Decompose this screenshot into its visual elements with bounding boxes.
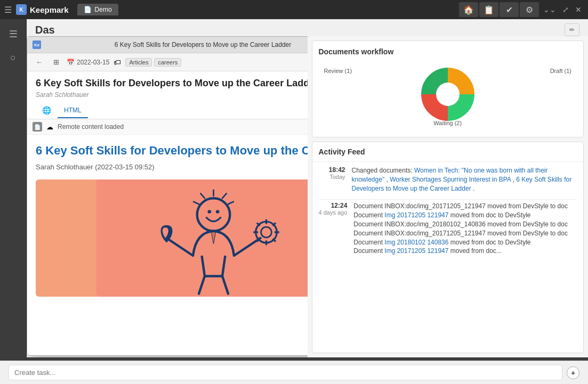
settings-nav-btn[interactable]: ⚙ [520,2,539,17]
article-title: 6 Key Soft Skills for Developers to Move… [36,143,308,159]
activity-line-6: Document Img 20171205 121947 moved from … [353,247,577,256]
article-illustration [36,179,308,297]
doc-title: 6 Key Soft Skills for Developers to Move… [36,78,308,89]
activity-time-value-2: 12:24 [319,202,348,209]
document-window: Ke 6 Key Soft Skills for Developers to M… [27,36,308,356]
tag-container: Articles careers [125,58,181,67]
left-sidebar: ☰ ○ [0,19,27,384]
html-tab-label: HTML [64,107,82,114]
pie-chart-container: Review (1) Draft (1) [319,62,577,126]
tab-html[interactable]: HTML [58,103,88,118]
activity-line-2: Document Img 20171205 121947 moved from … [353,211,577,220]
activity-time-1: 18:42 Today [319,166,345,193]
sidebar-item-op[interactable]: ○ [3,47,24,68]
activity-line-4: Document INBOX:doc/img_20171205_121947 m… [353,229,577,238]
svg-point-3 [216,210,220,214]
activity-date-2: 4 days ago [319,209,348,216]
logo-icon: K [16,4,27,15]
pie-chart-svg [418,65,477,124]
doc-new-tab-btn[interactable]: ⊞ [50,56,62,68]
title-bar: ☰ K Keepmark 📄 Demo 🏠 📋 ✔ ⚙ ⌄⌄ ⤢ ✕ [0,0,588,19]
doc-icon-btn[interactable]: 📄 [33,122,42,132]
menu-icon[interactable]: ☰ [4,5,12,15]
content-main: Op Fo Ke [27,36,588,357]
tab-web[interactable]: 🌐 [36,103,58,119]
doc-window-title: 6 Key Soft Skills for Developers to Move… [45,41,308,48]
activity-date-1: Today [319,174,345,180]
content-area: Das ✏ Op Fo [27,19,588,384]
demo-tab-icon: 📄 [84,6,92,13]
dashboard-action: ✏ [565,23,579,36]
demo-tab-label: Demo [95,6,112,13]
activity-line-1: Document INBOX:doc/img_20171205_121947 m… [353,202,577,211]
article-author-full: Sarah Schlothauer (2022-03-15 09:52) [36,163,308,171]
tag-icon: 🏷 [114,58,121,67]
cloud-icon: ☁ [46,123,53,131]
activity-divider [319,199,577,200]
article-image [36,179,308,297]
home-nav-btn[interactable]: 🏠 [459,2,478,17]
activity-item-2: 12:24 4 days ago Document INBOX:doc/img_… [319,202,577,256]
activity-time-value-1: 18:42 [319,166,345,174]
tag-careers[interactable]: careers [154,58,181,67]
activity-time-2: 12:24 4 days ago [319,202,348,256]
doc-date: 📅 2022-03-15 [67,59,109,66]
edit-button[interactable]: ✏ [565,23,579,36]
doc-toolbar: ← ⊞ 📅 2022-03-15 🏷 Articles careers [27,53,308,71]
fullscreen-icon[interactable]: ⤢ [560,3,571,16]
activity-text-1: Changed documents: [352,167,414,174]
doc-window-titlebar: Ke 6 Key Soft Skills for Developers to M… [27,37,308,53]
left-content-panel: Op Fo Ke [27,36,308,357]
remote-content-text: Remote content loaded [58,123,308,130]
svg-point-19 [436,83,460,106]
app-logo: K Keepmark [16,4,69,15]
title-bar-tabs: 📄 Demo [77,4,118,15]
doc-content: 6 Key Soft Skills for Developers to Move… [27,135,308,355]
doc-date-value: 2022-03-15 [77,59,109,66]
right-panel: Documents workflow Review (1) Draft (1) [308,36,589,357]
activity-title: Activity Feed [312,142,584,162]
activity-link-img2[interactable]: Img 20180102 140836 [384,239,448,246]
task-input-bar: + [0,361,588,384]
svg-point-2 [208,210,212,214]
activity-line-3: Document INBOX:doc/img_20180102_140836 m… [353,220,577,229]
task-input[interactable] [9,365,562,380]
calendar-icon: 📅 [67,59,75,66]
review-label: Review (1) [324,68,352,74]
doc-back-btn[interactable]: ← [33,56,46,68]
draft-label: Draft (1) [550,68,571,74]
dashboard-title: Das [35,24,55,36]
tag-articles[interactable]: Articles [125,58,152,67]
sidebar-item-menu[interactable]: ☰ [3,23,24,45]
nav-buttons: 🏠 📋 ✔ ⚙ [459,2,539,17]
doc-title-area: 6 Key Soft Skills for Developers to Move… [27,71,308,101]
main-layout: ☰ ○ Das ✏ Op Fo [0,19,588,384]
web-tab-icon: 🌐 [42,106,51,115]
clipboard-nav-btn[interactable]: 📋 [479,2,498,17]
doc-author: Sarah Schlothauer [36,91,308,99]
activity-list: 18:42 Today Changed documents: Women in … [312,162,584,353]
doc-view-tabs: 🌐 HTML + [27,101,308,119]
activity-content-2: Document INBOX:doc/img_20171205_121947 m… [353,202,577,256]
app-name: Keepmark [30,5,69,14]
activity-link-worker[interactable]: Worker Shortages Spurring Interest in BP… [390,176,511,183]
doc-window-app-icon: Ke [33,40,41,49]
waiting-label: Waiting (2) [433,120,462,126]
close-icon[interactable]: ✕ [573,3,584,16]
add-task-btn[interactable]: + [567,366,579,379]
activity-item-1: 18:42 Today Changed documents: Women in … [319,166,577,193]
activity-content-1: Changed documents: Women in Tech: "No on… [352,166,577,193]
check-nav-btn[interactable]: ✔ [500,2,519,17]
workflow-section: Documents workflow Review (1) Draft (1) [312,40,584,137]
activity-link-img3[interactable]: Img 20171205 121947 [384,247,448,255]
expand-icon[interactable]: ⌄⌄ [541,3,558,16]
activity-period: . [473,185,474,192]
workflow-title: Documents workflow [319,47,577,56]
activity-link-img1[interactable]: Img 20171205 121947 [384,211,448,219]
activity-section: Activity Feed 18:42 Today Changed docume… [312,142,584,353]
activity-line-5: Document Img 20180102 140836 moved from … [353,238,577,247]
dashboard-header: Das ✏ [27,19,588,36]
remote-content-bar: 📄 ☁ Remote content loaded ▼ [27,119,308,135]
demo-tab[interactable]: 📄 Demo [77,4,118,15]
